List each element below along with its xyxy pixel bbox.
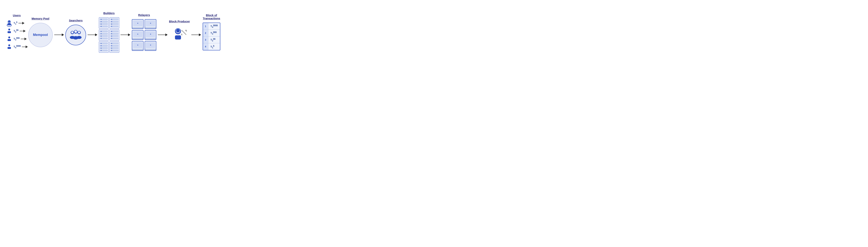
svg-point-17 <box>73 36 79 39</box>
monitor-4 <box>145 30 156 40</box>
server-rack-2 <box>110 17 119 29</box>
block-num-4: 4 <box>203 43 208 50</box>
block-tx-4: T1$ <box>208 45 217 49</box>
builders-grid <box>99 17 119 53</box>
relayers-title: Relayers <box>138 13 150 16</box>
builders-section: Builders <box>99 11 119 53</box>
mempool-circle: Mempool <box>28 23 53 47</box>
svg-rect-5 <box>7 23 11 25</box>
server-rack-1 <box>99 17 108 29</box>
searchers-circle <box>65 25 86 45</box>
relayers-section: Relayers <box>132 13 156 51</box>
svg-point-19 <box>78 31 80 34</box>
svg-point-23 <box>176 29 180 33</box>
block-transactions-title: Block of Transactions <box>203 13 220 20</box>
user-icon-4 <box>6 43 13 50</box>
server-rack-6 <box>110 41 119 53</box>
searchers-section: Searchers <box>65 19 86 45</box>
users-title: Users <box>13 14 21 17</box>
monitor-2 <box>145 19 156 29</box>
svg-line-25 <box>182 30 186 35</box>
server-rack-5 <box>99 41 108 53</box>
svg-point-6 <box>8 29 10 31</box>
builders-title: Builders <box>103 11 115 15</box>
arrow-searchers-builders <box>88 34 97 36</box>
user-label-4: T4$$$$ <box>13 45 21 49</box>
searchers-icon <box>68 28 83 42</box>
user-icon-1 <box>6 20 13 27</box>
arrow-producer-block <box>191 34 201 36</box>
user-label-3: T3$$$ <box>13 37 20 41</box>
block-transactions-section: Block of Transactions 1 T4$$$$ 2 T3$$$ 3… <box>203 13 220 50</box>
user-label-1: T1$ <box>13 21 17 25</box>
user-icon-3 <box>6 35 13 42</box>
block-producer-section: Block Producer <box>169 20 190 44</box>
block-tx-2: T3$$$ <box>208 31 219 35</box>
block-row-1: 1 T4$$$$ <box>203 23 220 30</box>
user-icon-2 <box>6 28 13 35</box>
svg-point-20 <box>74 30 77 33</box>
block-producer-icon <box>170 26 189 44</box>
mempool-section: Memory Pool Mempool <box>28 17 53 47</box>
block-num-2: 2 <box>203 30 208 36</box>
svg-rect-24 <box>175 35 181 39</box>
users-section: Users T1$ <box>6 14 28 50</box>
block-num-3: 3 <box>203 36 208 43</box>
svg-rect-11 <box>7 47 11 49</box>
diagram: Users T1$ <box>4 8 222 57</box>
user-arrow-1 <box>19 22 25 25</box>
svg-point-18 <box>71 31 73 34</box>
monitor-6 <box>145 41 156 51</box>
block-tx-1: T4$$$$ <box>208 24 220 28</box>
user-row-1: T1$ <box>6 20 28 27</box>
user-row-4: T4$$$$ <box>6 43 28 50</box>
users-list: T1$ T2$$ <box>6 20 28 50</box>
monitor-3 <box>132 30 144 40</box>
svg-rect-7 <box>7 31 11 33</box>
user-arrow-4 <box>22 45 28 48</box>
arrow-builders-relayers <box>121 34 130 36</box>
searchers-title: Searchers <box>69 19 83 22</box>
user-row-3: T3$$$ <box>6 35 28 42</box>
user-label-2: T2$$ <box>13 29 19 33</box>
block-table: 1 T4$$$$ 2 T3$$$ 3 T2$$ 4 T1$ <box>203 23 220 50</box>
svg-rect-9 <box>7 39 11 41</box>
svg-point-8 <box>8 36 10 38</box>
server-rack-4 <box>110 29 119 41</box>
server-rack-3 <box>99 29 108 41</box>
user-arrow-2 <box>20 30 26 32</box>
user-arrow-3 <box>21 38 27 40</box>
mempool-title: Memory Pool <box>32 17 49 20</box>
monitor-5 <box>132 41 144 51</box>
block-row-3: 3 T2$$ <box>203 36 220 43</box>
svg-point-4 <box>8 21 10 23</box>
relayers-grid <box>132 19 156 51</box>
monitor-1 <box>132 19 144 29</box>
block-producer-title: Block Producer <box>169 20 190 23</box>
mempool-text: Mempool <box>33 33 48 37</box>
user-row-2: T2$$ <box>6 28 28 35</box>
arrow-mempool-searchers <box>54 34 64 36</box>
svg-point-10 <box>8 44 10 46</box>
block-tx-3: T2$$ <box>208 38 218 42</box>
arrow-relayers-producer <box>158 34 167 36</box>
block-row-4: 4 T1$ <box>203 43 220 50</box>
block-row-2: 2 T3$$$ <box>203 30 220 36</box>
block-num-1: 1 <box>203 23 208 30</box>
